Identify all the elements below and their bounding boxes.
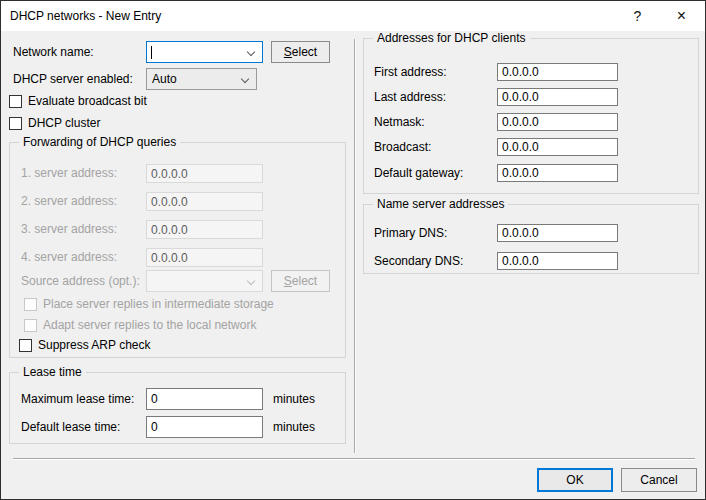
help-button[interactable]: ? bbox=[615, 1, 660, 31]
title-bar[interactable]: DHCP networks - New Entry ? × bbox=[1, 1, 705, 31]
adapt-replies-checkbox: Adapt server replies to the local networ… bbox=[24, 317, 256, 333]
suppress-arp-checkbox[interactable]: Suppress ARP check bbox=[19, 337, 151, 353]
checkbox-box bbox=[24, 319, 37, 332]
secondary-dns-label: Secondary DNS: bbox=[374, 252, 463, 270]
close-icon: × bbox=[677, 7, 686, 24]
first-address-input[interactable] bbox=[497, 63, 618, 81]
netmask-input[interactable] bbox=[497, 113, 618, 131]
server1-label: 1. server address: bbox=[21, 164, 117, 183]
help-icon: ? bbox=[634, 8, 642, 24]
text-caret bbox=[151, 46, 152, 59]
chevron-down-icon bbox=[241, 75, 249, 83]
column-separator bbox=[354, 39, 355, 453]
checkbox-box bbox=[19, 339, 32, 352]
chevron-down-icon bbox=[247, 48, 255, 56]
checkbox-box bbox=[9, 117, 22, 130]
checkbox-box bbox=[24, 298, 37, 311]
default-lease-label: Default lease time: bbox=[21, 416, 120, 438]
place-replies-checkbox: Place server replies in intermediate sto… bbox=[24, 296, 274, 312]
default-lease-input[interactable] bbox=[146, 416, 263, 438]
chevron-down-icon bbox=[247, 277, 255, 285]
dhcp-cluster-checkbox[interactable]: DHCP cluster bbox=[9, 115, 100, 131]
client-addresses-group-title: Addresses for DHCP clients bbox=[373, 31, 530, 46]
suppress-arp-label: Suppress ARP check bbox=[38, 338, 151, 352]
max-lease-label: Maximum lease time: bbox=[21, 388, 134, 410]
ok-button[interactable]: OK bbox=[537, 468, 613, 492]
cancel-button[interactable]: Cancel bbox=[621, 468, 697, 492]
server2-label: 2. server address: bbox=[21, 192, 117, 211]
source-address-label: Source address (opt.): bbox=[21, 270, 140, 292]
server-enabled-dropdown[interactable]: Auto bbox=[146, 68, 257, 90]
close-button[interactable]: × bbox=[659, 1, 704, 31]
server1-input bbox=[146, 164, 263, 183]
source-address-combobox bbox=[146, 270, 263, 292]
place-replies-label: Place server replies in intermediate sto… bbox=[43, 297, 274, 311]
dialog-window: DHCP networks - New Entry ? × Network na… bbox=[0, 0, 706, 500]
first-address-label: First address: bbox=[374, 63, 447, 81]
primary-dns-label: Primary DNS: bbox=[374, 224, 447, 242]
netmask-label: Netmask: bbox=[374, 113, 425, 131]
adapt-replies-label: Adapt server replies to the local networ… bbox=[43, 318, 256, 332]
server4-label: 4. server address: bbox=[21, 248, 117, 267]
server-enabled-label: DHCP server enabled: bbox=[13, 68, 133, 90]
dhcp-cluster-label: DHCP cluster bbox=[28, 116, 100, 130]
max-lease-input[interactable] bbox=[146, 388, 263, 410]
source-address-select-button: Select bbox=[271, 270, 330, 292]
max-lease-unit: minutes bbox=[273, 388, 315, 410]
checkbox-box bbox=[9, 95, 22, 108]
evaluate-broadcast-checkbox[interactable]: Evaluate broadcast bit bbox=[9, 93, 147, 109]
server3-input bbox=[146, 220, 263, 239]
broadcast-label: Broadcast: bbox=[374, 138, 431, 156]
network-name-combobox[interactable] bbox=[146, 41, 263, 63]
evaluate-broadcast-label: Evaluate broadcast bit bbox=[28, 94, 147, 108]
lease-time-group-title: Lease time bbox=[19, 365, 86, 380]
server4-input bbox=[146, 248, 263, 267]
name-servers-group-title: Name server addresses bbox=[373, 197, 508, 212]
last-address-label: Last address: bbox=[374, 88, 446, 106]
primary-dns-input[interactable] bbox=[497, 224, 618, 242]
forwarding-group-title: Forwarding of DHCP queries bbox=[19, 135, 180, 150]
default-gateway-input[interactable] bbox=[497, 164, 618, 182]
network-name-label: Network name: bbox=[13, 41, 94, 63]
footer-separator bbox=[13, 458, 695, 459]
server2-input bbox=[146, 192, 263, 211]
secondary-dns-input[interactable] bbox=[497, 252, 618, 270]
default-lease-unit: minutes bbox=[273, 416, 315, 438]
window-title: DHCP networks - New Entry bbox=[10, 1, 161, 31]
network-name-select-button[interactable]: Select bbox=[271, 41, 330, 63]
broadcast-input[interactable] bbox=[497, 138, 618, 156]
last-address-input[interactable] bbox=[497, 88, 618, 106]
server3-label: 3. server address: bbox=[21, 220, 117, 239]
default-gateway-label: Default gateway: bbox=[374, 164, 463, 182]
server-enabled-value: Auto bbox=[152, 69, 177, 89]
